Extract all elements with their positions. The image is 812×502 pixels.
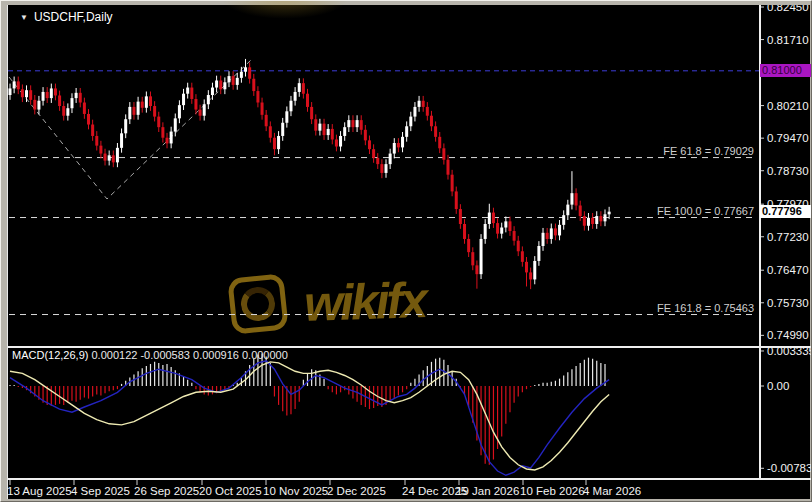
candle-up	[186, 88, 189, 94]
candle-up	[405, 126, 408, 137]
candle-down	[380, 164, 383, 173]
candle-down	[360, 120, 363, 130]
fib-label-61-8[interactable]: FE 61.8 = 0.79029	[663, 145, 754, 157]
candle-up	[25, 90, 28, 97]
candle-down	[132, 107, 135, 115]
candle-down	[323, 124, 326, 135]
candle-down	[368, 140, 371, 149]
candle-down	[426, 107, 429, 116]
candle-down	[95, 136, 98, 146]
candle-up	[343, 127, 346, 136]
candle-up	[37, 101, 40, 110]
candle-down	[21, 89, 24, 97]
candle-down	[372, 149, 375, 158]
candle-up	[537, 246, 540, 261]
candle-down	[104, 154, 107, 161]
time-tick-label: 4 Sep 2025	[71, 485, 130, 497]
candle-up	[236, 78, 239, 85]
candle-down	[335, 139, 338, 146]
candle-up	[13, 81, 16, 88]
candle-up	[128, 107, 131, 119]
time-tick-label: 2 Dec 2025	[327, 485, 386, 497]
candle-up	[566, 205, 569, 216]
candle-up	[587, 218, 590, 226]
time-tick-label: 10 Nov 2025	[263, 485, 328, 497]
candle-up	[356, 120, 359, 127]
candle-down	[166, 138, 169, 144]
candle-down	[438, 137, 441, 148]
candle-up	[215, 81, 218, 88]
candle-up	[66, 108, 69, 115]
fib-label-100-0[interactable]: FE 100.0 = 0.77667	[657, 205, 754, 217]
candle-up	[339, 136, 342, 147]
time-axis-separator	[8, 478, 811, 480]
candle-up	[116, 148, 119, 163]
candle-down	[513, 231, 516, 241]
time-tick-label: 4 Mar 2026	[583, 485, 641, 497]
time-tick-label: 13 Aug 2025	[8, 485, 72, 497]
candle-up	[145, 96, 148, 107]
candle-down	[442, 148, 445, 159]
candle-up	[595, 216, 598, 224]
candle-up	[480, 239, 483, 274]
candle-down	[161, 127, 164, 138]
chart-area[interactable]: ▼ USDCHF,Daily wikifx 0.824500.817100.80…	[7, 5, 810, 499]
candle-down	[112, 155, 115, 162]
candle-down	[397, 143, 400, 147]
candle-down	[376, 158, 379, 164]
candle-down	[256, 91, 259, 102]
candle-up	[418, 101, 421, 107]
candle-up	[401, 137, 404, 148]
candle-down	[232, 76, 235, 85]
candle-down	[79, 93, 82, 103]
candle-up	[389, 154, 392, 165]
fib-label-161-8[interactable]: FE 161.8 = 0.75463	[657, 302, 754, 314]
candle-up	[347, 120, 350, 127]
candle-down	[269, 126, 272, 137]
candle-up	[558, 225, 561, 236]
candle-down	[455, 191, 458, 209]
pane-separator[interactable]	[8, 346, 811, 348]
candle-down	[434, 126, 437, 137]
hline-price-tag: 0.81000	[760, 64, 811, 77]
macd-tick-label: 0.00	[767, 380, 789, 392]
candle-down	[91, 125, 94, 136]
macd-name: MACD(12,26,9)	[12, 349, 88, 361]
candle-down	[422, 101, 425, 107]
candle-down	[351, 120, 354, 127]
candle-up	[504, 221, 507, 227]
candle-up	[298, 83, 301, 92]
price-tick-label: 0.78730	[767, 165, 809, 177]
candle-up	[174, 118, 177, 131]
chart-canvas[interactable]: 0.824500.817100.809700.802100.794700.787…	[8, 5, 811, 499]
candle-up	[70, 98, 73, 108]
candle-down	[508, 221, 511, 231]
candle-down	[62, 106, 65, 116]
candle-down	[331, 129, 334, 140]
candle-down	[459, 209, 462, 224]
candle-down	[265, 115, 268, 126]
candle-up	[137, 102, 140, 115]
candle-down	[33, 100, 36, 110]
candle-up	[488, 213, 491, 224]
candle-down	[141, 102, 144, 108]
candle-up	[533, 261, 536, 279]
candle-up	[227, 76, 230, 82]
current-price-tag: 0.77796	[760, 205, 811, 218]
candle-up	[409, 117, 412, 127]
candle-down	[475, 265, 478, 274]
candle-up	[385, 164, 388, 173]
candle-up	[413, 107, 416, 117]
macd-signal-line	[10, 362, 609, 470]
candle-down	[521, 251, 524, 262]
candle-down	[583, 216, 586, 226]
candle-down	[529, 272, 532, 279]
candle-up	[550, 228, 553, 239]
candle-up	[182, 94, 185, 105]
macd-tick-label: -0.007837	[767, 462, 811, 474]
candle-down	[451, 175, 454, 192]
candle-down	[517, 241, 520, 252]
price-tick-label: 0.76470	[767, 264, 809, 276]
candle-down	[599, 216, 602, 221]
candle-down	[29, 90, 32, 100]
